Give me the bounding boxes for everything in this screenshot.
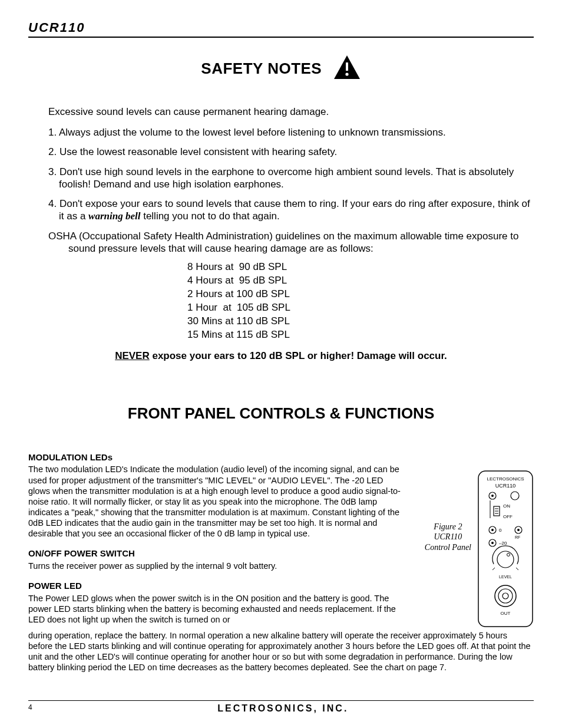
panel-0db: 0 — [499, 528, 502, 533]
control-panel-diagram: LECTROSONICS UCR110 ON OFF — [477, 470, 534, 630]
controls-text-column: MODULATION LEDs The two modulation LED's… — [28, 452, 404, 625]
never-underlined: NEVER — [115, 350, 150, 361]
osha-text: OSHA (Occupational Safety Health Adminis… — [48, 230, 534, 255]
figure-caption-line3: Control Panel — [425, 542, 471, 553]
svg-point-24 — [503, 593, 508, 599]
spl-row: 4 Hours at 95 dB SPL — [187, 274, 534, 288]
safety-list: 1. Always adjust the volume to the lowes… — [48, 126, 534, 223]
safety-item-2: 2. Use the lowest reasonable level consi… — [48, 146, 534, 158]
svg-point-5 — [491, 495, 494, 497]
safety-item-4: 4. Don't expose your ears to sound level… — [48, 197, 534, 223]
safety-item-4-tail: telling you not to do that again. — [140, 210, 279, 222]
panel-model: UCR110 — [495, 483, 516, 489]
spl-exposure-table: 8 Hours at 90 dB SPL 4 Hours at 95 dB SP… — [187, 261, 534, 342]
spl-row: 2 Hours at 100 dB SPL — [187, 288, 534, 301]
figure-caption-line1: Figure 2 — [425, 522, 471, 532]
svg-point-13 — [491, 529, 494, 531]
osha-paragraph: OSHA (Occupational Safety Health Adminis… — [48, 230, 534, 255]
never-warning: NEVER expose your ears to 120 dB SPL or … — [28, 350, 534, 362]
panel-brand: LECTROSONICS — [487, 476, 524, 482]
modulation-heading: MODULATION LEDs — [28, 452, 404, 463]
safety-item-3: 3. Don't use high sound levels in the ea… — [48, 166, 534, 191]
never-rest: expose your ears to 120 dB SPL or higher… — [150, 350, 447, 361]
figure-caption: Figure 2 UCR110 Control Panel — [425, 522, 471, 553]
power-switch-heading: ON/OFF POWER SWITCH — [28, 548, 404, 559]
warning-triangle-icon — [333, 54, 361, 83]
svg-rect-1 — [346, 62, 348, 71]
panel-on: ON — [503, 503, 510, 509]
modulation-body: The two modulation LED's Indicate the mo… — [28, 464, 404, 539]
panel-off: OFF — [503, 514, 513, 519]
svg-point-2 — [345, 73, 348, 75]
panel-neg20: –20 — [499, 541, 507, 546]
panel-out: OUT — [501, 611, 511, 616]
figure-caption-line2: UCR110 — [425, 532, 471, 542]
spl-row: 8 Hours at 90 dB SPL — [187, 261, 534, 274]
safety-item-1: 1. Always adjust the volume to the lowes… — [48, 126, 534, 139]
controls-title: FRONT PANEL CONTROLS & FUNCTIONS — [28, 404, 534, 423]
svg-point-17 — [491, 542, 494, 544]
panel-rf: RF — [515, 535, 520, 539]
spl-row: 30 Mins at 110 dB SPL — [187, 315, 534, 328]
safety-intro: Excessive sound levels can cause permane… — [48, 106, 534, 118]
safety-title-row: SAFETY NOTES — [28, 54, 534, 83]
power-led-body-short: The Power LED glows when the power switc… — [28, 593, 404, 625]
document-page: UCR110 SAFETY NOTES Excessive sound leve… — [0, 0, 562, 728]
power-led-heading: POWER LED — [28, 581, 404, 592]
svg-point-18 — [497, 551, 514, 568]
footer-brand: LECTROSONICS, INC. — [28, 703, 534, 714]
power-led-body-wrap: during operation, replace the battery. I… — [28, 630, 534, 673]
page-number: 4 — [28, 703, 32, 711]
spl-row: 15 Mins at 115 dB SPL — [187, 328, 534, 342]
power-switch-body: Turns the receiver power as supplied by … — [28, 561, 404, 571]
figure-column: Figure 2 UCR110 Control Panel LECTROSONI… — [404, 452, 534, 630]
page-footer: 4 LECTROSONICS, INC. — [28, 700, 534, 714]
spl-row: 1 Hour at 105 dB SPL — [187, 301, 534, 315]
controls-body-row: MODULATION LEDs The two modulation LED's… — [28, 452, 534, 630]
safety-title: SAFETY NOTES — [201, 60, 322, 78]
header-model: UCR110 — [28, 20, 534, 38]
svg-point-15 — [517, 529, 520, 531]
panel-level: LEVEL — [499, 575, 512, 579]
warning-bell-emphasis: warning bell — [88, 210, 140, 222]
